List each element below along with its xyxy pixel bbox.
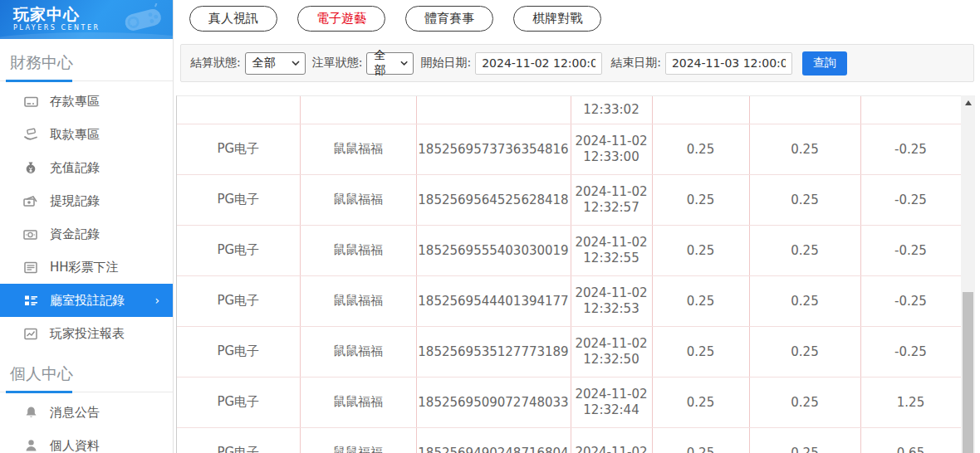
sidebar-item-label: HH彩票下注: [50, 260, 119, 275]
bet-id-cell: 1852569564525628418: [416, 174, 571, 225]
money-bag-icon: [23, 160, 38, 175]
win-loss-cell: -0.25: [860, 174, 961, 225]
sidebar-item-label: 玩家投注報表: [50, 326, 125, 342]
sidebar-item-deposit[interactable]: 存款專區: [0, 85, 173, 118]
start-date-input[interactable]: [475, 52, 602, 75]
bet-records-table: 12:33:02 PG电子 鼠鼠福福 1852569573736354816 2…: [176, 95, 962, 453]
valid-bet-cell: 0.25: [749, 275, 860, 326]
game-cell: 鼠鼠福福: [300, 377, 416, 427]
sidebar-item-hh-lottery[interactable]: HH彩票下注: [0, 251, 173, 284]
valid-bet-cell: 0.25: [749, 427, 860, 453]
table-row: PG电子 鼠鼠福福 1852569573736354816 2024-11-02…: [177, 124, 961, 174]
sidebar-item-recharge-record[interactable]: 充值記錄: [0, 151, 173, 184]
main-content: 真人視訊 電子遊藝 體育賽事 棋牌對戰 結算狀態: 全部 注單狀態: 全部 開始…: [174, 0, 980, 453]
provider-cell: PG电子: [177, 377, 300, 427]
table-row: PG电子 鼠鼠福福 1852569564525628418 2024-11-02…: [177, 174, 961, 225]
settle-status-select[interactable]: 全部: [245, 52, 306, 75]
chevron-down-icon: [400, 61, 408, 66]
game-cell: 鼠鼠福福: [300, 225, 416, 275]
bet-datetime-cell: 2024-11-0212:32:44: [571, 377, 652, 427]
bet-id-cell: 1852569573736354816: [416, 124, 571, 174]
provider-cell: PG电子: [177, 275, 300, 326]
valid-bet-cell: 0.25: [749, 225, 860, 275]
game-cell: 鼠鼠福福: [300, 174, 416, 225]
search-button[interactable]: 查詢: [802, 51, 847, 76]
valid-bet-cell: 0.25: [749, 124, 860, 174]
tab-live-video[interactable]: 真人視訊: [189, 6, 277, 32]
person-icon: [23, 438, 38, 453]
vertical-scrollbar[interactable]: [961, 95, 975, 453]
withdraw-hand-icon: [23, 127, 38, 142]
report-chart-icon: [23, 326, 38, 341]
sidebar-nav-finance: 存款專區 取款專區 充值記錄 提現記錄: [0, 85, 173, 350]
table-row-partial: 12:33:02: [177, 96, 961, 124]
sidebar-item-withdraw[interactable]: 取款專區: [0, 118, 173, 151]
bell-icon: [23, 405, 38, 420]
sidebar-item-profile[interactable]: 個人資料: [0, 429, 173, 453]
table-row: PG电子 鼠鼠福福 1852569535127773189 2024-11-02…: [177, 326, 961, 377]
bet-id-cell: 1852569490248716804: [416, 427, 571, 453]
end-date-label: 結束日期:: [610, 56, 661, 71]
scrollbar-thumb[interactable]: [963, 292, 973, 453]
section-accent-bar: [6, 80, 72, 82]
bet-datetime-cell: 2024-11-02: [571, 427, 652, 453]
section-finance-label: 財務中心: [10, 53, 73, 71]
sidebar-section-finance: 財務中心: [0, 39, 173, 81]
bet-datetime-cell: 2024-11-0212:32:55: [571, 225, 652, 275]
banknote-icon: [23, 193, 38, 208]
document-icon: [23, 260, 38, 275]
sidebar-item-label: 廳室投註記錄: [50, 293, 125, 309]
sidebar-nav-personal: 消息公告 個人資料: [0, 396, 173, 453]
game-cell: 鼠鼠福福: [300, 427, 416, 453]
start-date-label: 開始日期:: [420, 56, 471, 71]
sidebar-item-room-bet-record[interactable]: 廳室投註記錄 ›: [0, 284, 173, 317]
filter-bar: 結算狀態: 全部 注單狀態: 全部 開始日期: 結束日期: 查詢: [180, 44, 974, 82]
bet-id-cell: 1852569555403030019: [416, 225, 571, 275]
bet-id-cell: 1852569544401394177: [416, 275, 571, 326]
settle-status-label: 結算狀態:: [190, 56, 241, 71]
bet-id-cell: 1852569509072748033: [416, 377, 571, 427]
sidebar: 玩家中心 PLAYERS CENTER: [0, 0, 174, 453]
bet-record-list-icon: [23, 293, 38, 308]
sidebar-item-label: 存款專區: [50, 94, 100, 110]
provider-cell: PG电子: [177, 174, 300, 225]
bet-datetime-cell: 2024-11-0212:32:50: [571, 326, 652, 377]
scrollbar-up-arrow-icon[interactable]: [961, 95, 975, 110]
sidebar-item-label: 取款專區: [50, 127, 100, 143]
win-loss-cell: 0.65: [860, 427, 961, 453]
bet-amount-cell: 0.25: [652, 275, 749, 326]
sidebar-item-label: 資金記錄: [50, 226, 100, 242]
section-personal-label: 個人中心: [10, 364, 73, 382]
provider-cell: PG电子: [177, 326, 300, 377]
sidebar-item-funds-record[interactable]: 資金記錄: [0, 217, 173, 251]
win-loss-cell: -0.25: [860, 124, 961, 174]
order-status-select[interactable]: 全部: [366, 52, 414, 75]
valid-bet-cell: 0.25: [749, 174, 860, 225]
provider-cell: PG电子: [177, 225, 300, 275]
sidebar-item-label: 提現記錄: [50, 193, 100, 209]
bet-amount-cell: 0.25: [652, 427, 749, 453]
end-date-input[interactable]: [665, 52, 792, 75]
tab-electronic-games[interactable]: 電子遊藝: [297, 6, 385, 32]
sidebar-item-withdraw-record[interactable]: 提現記錄: [0, 184, 173, 217]
table-row: PG电子 鼠鼠福福 1852569509072748033 2024-11-02…: [177, 377, 961, 427]
sidebar-item-player-report[interactable]: 玩家投注報表: [0, 317, 173, 350]
bet-amount-cell: 0.25: [652, 174, 749, 225]
tab-board-games[interactable]: 棋牌對戰: [513, 6, 601, 32]
tab-sports[interactable]: 體育賽事: [405, 6, 493, 32]
category-tabs: 真人視訊 電子遊藝 體育賽事 棋牌對戰: [174, 0, 980, 37]
win-loss-cell: -0.25: [860, 326, 961, 377]
bet-amount-cell: 0.25: [652, 326, 749, 377]
table-row: PG电子 鼠鼠福福 1852569490248716804 2024-11-02…: [177, 427, 961, 453]
win-loss-cell: -0.25: [860, 275, 961, 326]
settle-status-value: 全部: [252, 56, 276, 71]
valid-bet-cell: 0.25: [749, 326, 860, 377]
bet-datetime-cell: 2024-11-0212:33:00: [571, 124, 652, 174]
bet-datetime-cell: 2024-11-0212:32:57: [571, 174, 652, 225]
win-loss-cell: 1.25: [860, 377, 961, 427]
deposit-card-icon: [23, 94, 38, 109]
bet-amount-cell: 0.25: [652, 124, 749, 174]
win-loss-cell: -0.25: [860, 225, 961, 275]
sidebar-item-announcements[interactable]: 消息公告: [0, 396, 173, 429]
bet-amount-cell: 0.25: [652, 377, 749, 427]
